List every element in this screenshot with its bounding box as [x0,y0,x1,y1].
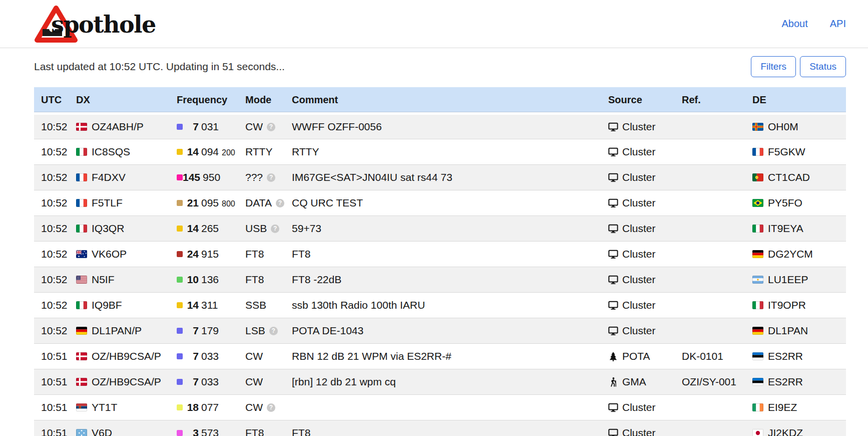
comment-cell: CQ URC TEST [292,190,608,216]
ref-cell [682,395,752,420]
mode-cell: CW ? [245,344,292,369]
mode-label: FT8 [245,274,264,286]
utc-time: 10:51 [41,350,68,362]
monitor-icon [608,300,618,310]
ref-cell [682,293,752,318]
band-swatch [177,277,183,283]
utc-time: 10:51 [41,401,68,413]
col-header-comment: Comment [292,87,608,114]
dx-callsign: OZ/HB9CSA/P [92,376,161,388]
de-cell: F5GKW [752,139,846,165]
de-callsign: DG2YCM [768,248,813,260]
spot-table-body: 10:52 OZ4ABH/P 7 031 CW ? WWFF OZFF-0056 [34,114,846,436]
dx-callsign: YT1T [92,401,117,413]
col-header-ref: Ref. [682,87,752,114]
mode-help-icon[interactable]: ? [276,199,284,207]
toolbar: Last updated at 10:52 UTC. Updating in 5… [34,56,846,77]
comment-text: WWFF OZFF-0056 [292,121,382,132]
mode-help-icon[interactable]: ? [267,173,275,182]
spot-row: 10:52 N5IF 10 136 FT8 ? FT8 -22dB [34,267,846,293]
utc-cell: 10:52 [34,165,76,190]
spot-row: 10:51 OZ/HB9CSA/P 7 033 CW ? RBN 12 dB 2… [34,344,846,369]
comment-cell: RTTY [292,139,608,165]
de-cell: IT9EYA [752,216,846,242]
dx-cell: IC8SQS [76,139,177,165]
mode-cell: FT8 ? [245,242,292,267]
filters-button[interactable]: Filters [751,56,796,77]
band-swatch [177,302,183,308]
monitor-icon [608,402,618,412]
frequency-cell: 14 094 200 [177,139,245,165]
comment-text: RTTY [292,146,319,157]
flag-us-icon [76,276,87,284]
source-cell: GMA [608,369,682,395]
monitor-icon [608,275,618,285]
nav-api-link[interactable]: API [830,18,846,30]
mode-help-icon[interactable]: ? [267,403,275,412]
band-swatch [177,430,183,436]
mode-label: CW [245,350,263,362]
flag-it-icon [76,148,87,156]
freq-khz: 077 [201,401,219,413]
frequency-cell: 14 311 [177,293,245,318]
mode-label: FT8 [245,427,264,436]
source-label: Cluster [622,146,656,158]
nav-about-link[interactable]: About [781,18,807,30]
source-cell: Cluster [608,165,682,190]
mode-help-icon[interactable]: ? [269,327,278,335]
ref-cell [682,267,752,293]
monitor-icon [608,326,618,336]
utc-time: 10:52 [41,223,68,234]
flag-ee-icon [752,378,763,386]
flag-ar-icon [752,276,763,284]
col-header-dx: DX [76,87,177,114]
mode-label: LSB [245,325,265,337]
spot-row: 10:52 F5TLF 21 095 800 DATA ? CQ URC TES… [34,190,846,216]
source-cell: Cluster [608,139,682,165]
source-cell: Cluster [608,190,682,216]
flag-rs-icon [76,403,87,411]
table-header-row: UTC DX Frequency Mode Comment Source Ref… [34,87,846,114]
header: spothole About API [0,0,868,48]
flag-ax-icon [752,123,763,131]
col-header-de: DE [752,87,846,114]
flag-au-icon [76,250,87,258]
source-cell: Cluster [608,267,682,293]
utc-cell: 10:52 [34,190,76,216]
comment-cell: [rbn] 12 db 21 wpm cq [292,369,608,395]
col-header-mode: Mode [245,87,292,114]
de-cell: OH0M [752,114,846,139]
monitor-icon [608,172,618,182]
utc-cell: 10:51 [34,369,76,395]
frequency-cell: 7 179 [177,318,245,344]
dx-callsign: DL1PAN/P [92,325,142,337]
status-button[interactable]: Status [800,56,846,77]
source-cell: Cluster [608,216,682,242]
mode-cell: USB ? [245,216,292,242]
mode-help-icon[interactable]: ? [267,123,275,131]
mode-label: SSB [245,299,266,311]
logo[interactable]: spothole [34,4,156,44]
mode-cell: ??? ? [245,165,292,190]
mode-label: CW [245,121,263,133]
source-label: Cluster [622,223,656,235]
ref-cell [682,242,752,267]
mode-cell: SSB ? [245,293,292,318]
de-cell: JI2KDZ [752,420,846,436]
freq-mhz: 14 [183,146,199,158]
comment-cell: 59+73 [292,216,608,242]
frequency-cell: 21 095 800 [177,190,245,216]
spot-row: 10:51 OZ/HB9CSA/P 7 033 CW ? [rbn] 12 db… [34,369,846,395]
mode-help-icon[interactable]: ? [271,225,279,233]
dx-cell: OZ/HB9CSA/P [76,344,177,369]
frequency-cell: 24 915 [177,242,245,267]
ref-cell [682,216,752,242]
de-callsign: PY5FO [768,197,802,209]
source-label: Cluster [622,274,656,286]
flag-pt-icon [752,173,763,181]
comment-text: RBN 12 dB 21 WPM via ES2RR-# [292,350,452,362]
freq-sub-khz: 800 [222,199,235,208]
band-swatch [177,379,183,385]
ref-cell [682,165,752,190]
utc-time: 10:52 [41,325,68,336]
